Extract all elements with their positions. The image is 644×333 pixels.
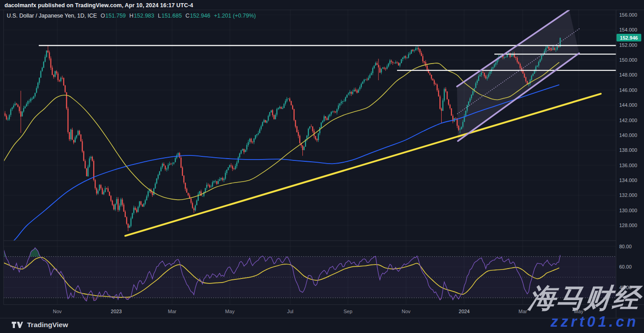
price-axis-label: 134.000 xyxy=(619,178,637,183)
legend-low: L151.685 xyxy=(158,13,182,19)
legend-high: H152.983 xyxy=(129,13,154,19)
price-axis-label: 136.000 xyxy=(619,163,637,168)
candles-layer xyxy=(3,37,561,231)
price-axis-label: 152.000 xyxy=(619,42,637,48)
time-axis[interactable]: Nov2023MarMayJulSepNov2024MarMay xyxy=(4,305,616,318)
legend-symbol-title[interactable]: U.S. Dollar / Japanese Yen, 1D, ICE xyxy=(7,13,97,19)
time-axis-label: Jul xyxy=(287,309,293,314)
footer: TradingView xyxy=(12,321,68,329)
time-axis-label: May xyxy=(225,309,235,314)
rsi-band xyxy=(4,256,616,298)
footer-brand[interactable]: TradingView xyxy=(27,321,68,329)
chart-legend[interactable]: U.S. Dollar / Japanese Yen, 1D, ICE O151… xyxy=(7,13,256,19)
time-axis-label: Nov xyxy=(402,309,411,314)
watermark-url: zzrt01.cn xyxy=(551,314,639,329)
legend-close: C152.946 xyxy=(185,13,210,19)
watermark-title: 海马财经 xyxy=(527,285,642,312)
rsi-axis-label: 80.00 xyxy=(619,244,632,249)
price-axis-label: 146.000 xyxy=(619,87,637,93)
price-axis-label: 140.000 xyxy=(619,132,637,138)
legend-change: +1.201 (+0.79%) xyxy=(214,13,256,19)
tradingview-logo-icon[interactable] xyxy=(12,322,23,328)
time-axis-label: Sep xyxy=(343,309,352,314)
price-axis-label: 148.000 xyxy=(619,72,637,78)
time-axis-label: 2024 xyxy=(459,309,470,314)
price-axis-label: 156.000 xyxy=(619,12,637,18)
price-axis-label: 142.000 xyxy=(619,118,637,123)
tradingview-snapshot: dacolmanfx published on TradingView.com,… xyxy=(0,0,644,333)
price-axis-label: 128.000 xyxy=(619,223,637,228)
price-axis-label: 144.000 xyxy=(619,102,637,108)
price-axis-label: 154.000 xyxy=(619,27,637,32)
publish-line: dacolmanfx published on TradingView.com,… xyxy=(5,2,193,9)
time-axis-label: Mar xyxy=(168,309,177,314)
time-axis-label: 2023 xyxy=(111,309,122,314)
channel-fill xyxy=(457,10,579,141)
price-axis-label: 132.000 xyxy=(619,192,637,198)
trendline-support[interactable] xyxy=(125,94,601,236)
last-price-badge: 152.946 xyxy=(617,34,641,41)
rsi-axis-label: 60.00 xyxy=(619,264,632,269)
time-axis-label: Mar xyxy=(519,309,527,314)
legend-open: O151.759 xyxy=(100,13,126,19)
legend-ohlc: O151.759 H152.983 L151.685 C152.946 xyxy=(100,13,210,19)
time-axis-label: Nov xyxy=(53,309,62,314)
price-axis-label: 138.000 xyxy=(619,147,637,153)
price-axis-label: 150.000 xyxy=(619,57,637,63)
price-axis-label: 130.000 xyxy=(619,208,637,213)
price-axis[interactable]: 156.000154.000152.000150.000148.000146.0… xyxy=(616,10,644,318)
